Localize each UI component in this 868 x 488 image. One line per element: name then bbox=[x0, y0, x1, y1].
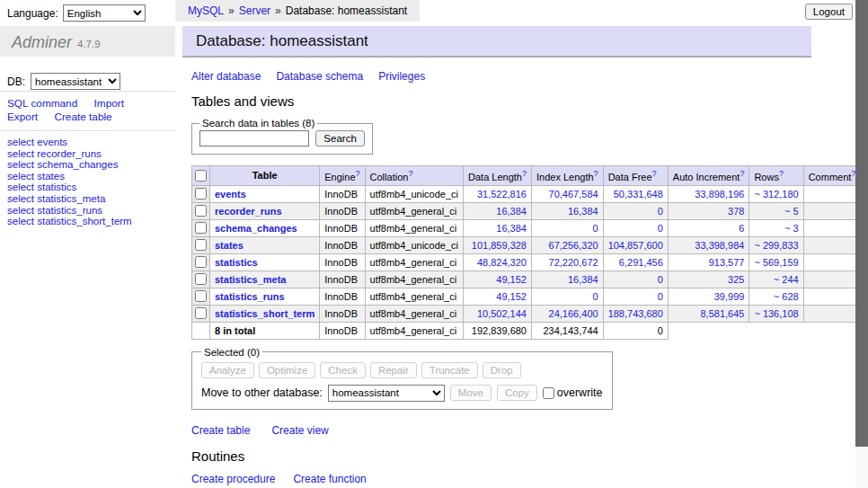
value-link[interactable]: ~ 569,159 bbox=[754, 257, 798, 268]
column-help-link[interactable]: ? bbox=[356, 169, 360, 178]
create-function-link[interactable]: Create function bbox=[293, 473, 366, 485]
sidebar-table-link[interactable]: select statistics bbox=[7, 182, 132, 193]
search-button[interactable]: Search bbox=[315, 130, 364, 146]
row-checkbox[interactable] bbox=[195, 307, 207, 319]
language-select[interactable]: English bbox=[63, 4, 146, 22]
row-checkbox[interactable] bbox=[195, 273, 207, 285]
value-link[interactable]: 6,291,456 bbox=[619, 257, 663, 268]
row-checkbox[interactable] bbox=[195, 239, 207, 251]
value-link[interactable]: ~ 3 bbox=[784, 223, 799, 234]
sidebar-table-link[interactable]: select recorder_runs bbox=[7, 148, 132, 160]
value-link[interactable]: ~ 136,108 bbox=[754, 308, 798, 319]
vertical-scrollbar-thumb[interactable] bbox=[855, 0, 868, 447]
column-help-link[interactable]: ? bbox=[594, 169, 598, 178]
value-link[interactable]: 104,857,600 bbox=[608, 240, 663, 251]
value-link[interactable]: 8,581,645 bbox=[700, 308, 744, 319]
sql-command-link[interactable]: SQL command bbox=[7, 97, 77, 110]
value-link[interactable]: 0 bbox=[593, 291, 598, 302]
truncate-button[interactable]: Truncate bbox=[421, 362, 478, 378]
breadcrumb-mysql-link[interactable]: MySQL bbox=[188, 4, 224, 17]
sidebar-table-link[interactable]: select events bbox=[7, 137, 132, 148]
logout-button[interactable]: Logout bbox=[805, 4, 853, 20]
value-link[interactable]: 16,384 bbox=[568, 206, 598, 217]
repair-button[interactable]: Repair bbox=[370, 362, 417, 378]
column-help-link[interactable]: ? bbox=[522, 169, 527, 178]
optimize-button[interactable]: Optimize bbox=[259, 362, 315, 378]
drop-button[interactable]: Drop bbox=[483, 362, 521, 378]
value-link[interactable]: 72,220,672 bbox=[549, 257, 598, 268]
value-link[interactable]: ~ 312,180 bbox=[754, 189, 798, 200]
table-name-link[interactable]: events bbox=[215, 189, 246, 200]
value-link[interactable]: 31,522,816 bbox=[477, 189, 527, 200]
value-link[interactable]: 49,152 bbox=[496, 291, 527, 302]
value-link[interactable]: 6 bbox=[739, 223, 744, 234]
value-link[interactable]: 48,824,320 bbox=[477, 257, 527, 268]
column-help-link[interactable]: ? bbox=[740, 169, 744, 178]
table-name-link[interactable]: statistics_short_term bbox=[215, 308, 314, 319]
table-name-link[interactable]: recorder_runs bbox=[215, 206, 282, 217]
value-link[interactable]: 325 bbox=[728, 274, 744, 285]
column-help-link[interactable]: ? bbox=[408, 169, 412, 178]
row-checkbox[interactable] bbox=[195, 222, 207, 234]
privileges-link[interactable]: Privileges bbox=[378, 70, 425, 83]
row-checkbox[interactable] bbox=[195, 205, 207, 217]
alter-database-link[interactable]: Alter database bbox=[191, 70, 261, 83]
value-link[interactable]: 0 bbox=[658, 223, 663, 234]
value-link[interactable]: 0 bbox=[593, 223, 598, 234]
value-link[interactable]: 188,743,680 bbox=[608, 308, 663, 319]
table-name-link[interactable]: states bbox=[215, 240, 244, 251]
value-link[interactable]: 67,256,320 bbox=[549, 240, 598, 251]
value-link[interactable]: 101,859,328 bbox=[472, 240, 527, 251]
table-name-link[interactable]: statistics bbox=[215, 257, 258, 268]
value-link[interactable]: 39,999 bbox=[714, 291, 745, 302]
value-link[interactable]: 0 bbox=[658, 274, 663, 285]
database-schema-link[interactable]: Database schema bbox=[276, 70, 363, 83]
value-link[interactable]: 378 bbox=[728, 206, 744, 217]
db-select[interactable]: homeassistant bbox=[31, 73, 120, 90]
value-link[interactable]: 16,384 bbox=[496, 223, 527, 234]
value-link[interactable]: 50,331,648 bbox=[614, 189, 663, 200]
import-link[interactable]: Import bbox=[94, 97, 124, 110]
sidebar-table-link[interactable]: select statistics_runs bbox=[7, 205, 132, 217]
value-link[interactable]: 10,502,144 bbox=[477, 308, 527, 319]
value-link[interactable]: 913,577 bbox=[709, 257, 745, 268]
value-link[interactable]: 16,384 bbox=[568, 274, 598, 285]
row-checkbox[interactable] bbox=[195, 256, 207, 268]
move-button[interactable]: Move bbox=[450, 385, 492, 401]
overwrite-checkbox[interactable] bbox=[543, 387, 554, 399]
analyze-button[interactable]: Analyze bbox=[201, 362, 254, 378]
row-checkbox[interactable] bbox=[195, 290, 207, 302]
create-table-link[interactable]: Create table bbox=[191, 424, 250, 437]
sidebar-table-link[interactable]: select states bbox=[7, 171, 132, 182]
breadcrumb-server-link[interactable]: Server bbox=[239, 4, 270, 17]
table-name-link[interactable]: statistics_meta bbox=[215, 274, 287, 285]
column-help-link[interactable]: ? bbox=[779, 169, 784, 178]
value-link[interactable]: ~ 628 bbox=[774, 291, 799, 302]
value-link[interactable]: 0 bbox=[658, 206, 663, 217]
value-link[interactable]: 70,467,584 bbox=[549, 189, 598, 200]
table-name-link[interactable]: schema_changes bbox=[215, 223, 297, 234]
export-link[interactable]: Export bbox=[7, 111, 38, 123]
sidebar-table-link[interactable]: select schema_changes bbox=[7, 159, 132, 171]
row-checkbox[interactable] bbox=[195, 188, 207, 200]
sidebar-table-link[interactable]: select statistics_short_term bbox=[7, 216, 132, 227]
value-link[interactable]: 0 bbox=[658, 291, 663, 302]
check-button[interactable]: Check bbox=[320, 362, 366, 378]
select-all-checkbox[interactable] bbox=[195, 170, 207, 182]
value-link[interactable]: ~ 299,833 bbox=[754, 240, 798, 251]
value-link[interactable]: 24,166,400 bbox=[549, 308, 598, 319]
move-db-select[interactable]: homeassistant bbox=[328, 385, 445, 402]
sidebar-table-link[interactable]: select statistics_meta bbox=[7, 193, 132, 205]
create-view-link[interactable]: Create view bbox=[271, 424, 328, 437]
table-name-link[interactable]: statistics_runs bbox=[215, 291, 285, 302]
value-link[interactable]: ~ 244 bbox=[774, 274, 799, 285]
search-input[interactable] bbox=[199, 130, 309, 146]
copy-button[interactable]: Copy bbox=[497, 385, 537, 401]
create-procedure-link[interactable]: Create procedure bbox=[191, 473, 275, 485]
column-help-link[interactable]: ? bbox=[652, 169, 657, 178]
create-table-sidebar-link[interactable]: Create table bbox=[54, 111, 111, 123]
value-link[interactable]: 33,898,196 bbox=[695, 189, 744, 200]
value-link[interactable]: 33,398,984 bbox=[695, 240, 744, 251]
value-link[interactable]: 49,152 bbox=[496, 274, 527, 285]
value-link[interactable]: 16,384 bbox=[496, 206, 527, 217]
